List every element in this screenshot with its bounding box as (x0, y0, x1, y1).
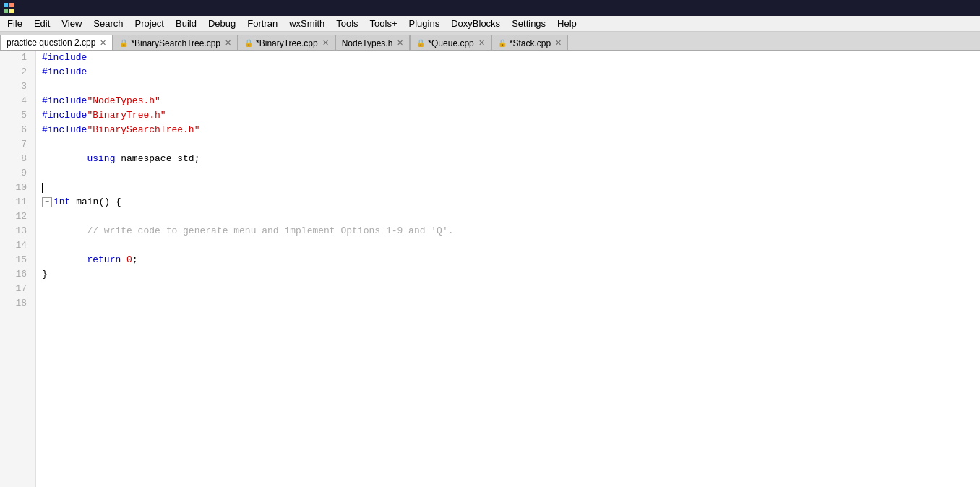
svg-rect-3 (9, 9, 14, 13)
code-line: −int main() { (42, 195, 980, 210)
code-line (42, 238, 980, 253)
line-number: 18 (0, 296, 31, 311)
menu-item-tools+[interactable]: Tools+ (364, 17, 403, 30)
preprocessor-kw: #include (42, 94, 87, 108)
include-path: "BinaryTree.h" (87, 108, 166, 123)
menu-item-fortran[interactable]: Fortran (241, 17, 283, 30)
menu-item-view[interactable]: View (56, 17, 87, 30)
line-number: 4 (0, 94, 31, 108)
line-number: 6 (0, 123, 31, 137)
line-number: 3 (0, 79, 31, 94)
code-line: #include "BinaryTree.h" (42, 108, 980, 123)
menu-item-doxyblocks[interactable]: DoxyBlocks (445, 17, 506, 30)
tab-label: *Queue.cpp (428, 38, 473, 48)
tab-close-icon[interactable]: ✕ (322, 38, 329, 48)
code-editor[interactable]: #include #include #include "NodeTypes.h"… (36, 51, 980, 487)
maximize-button[interactable] (938, 2, 957, 14)
svg-rect-1 (9, 3, 14, 7)
code-line: // write code to generate menu and imple… (42, 224, 980, 238)
code-line: } (42, 267, 980, 282)
line-number: 12 (0, 210, 31, 224)
line-number: 9 (0, 166, 31, 181)
line-number: 13 (0, 224, 31, 238)
menu-item-settings[interactable]: Settings (506, 17, 551, 30)
include-path: "NodeTypes.h" (87, 94, 160, 108)
number-literal: 0 (126, 253, 132, 267)
code-line (42, 79, 980, 94)
cursor (42, 181, 43, 195)
preprocessor-kw: #include (42, 51, 87, 65)
code-line: #include (42, 51, 980, 65)
fold-marker[interactable]: − (42, 197, 52, 207)
line-number: 11 (0, 195, 31, 210)
include-path: "BinarySearchTree.h" (87, 123, 199, 137)
code-line: #include (42, 65, 980, 79)
line-numbers: 123456789101112131415161718 (0, 51, 36, 487)
tab-queue[interactable]: 🔒*Queue.cpp✕ (410, 35, 491, 51)
menu-item-wxsmith[interactable]: wxSmith (283, 17, 330, 30)
tab-label: practice question 2.cpp (7, 38, 95, 48)
tab-close-icon[interactable]: ✕ (225, 38, 231, 48)
code-line: using namespace std; (42, 152, 980, 166)
code-text (42, 253, 87, 267)
line-number: 1 (0, 51, 31, 65)
tabbar: practice question 2.cpp✕🔒*BinarySearchTr… (0, 32, 980, 51)
code-text (42, 152, 87, 166)
tab-close-icon[interactable]: ✕ (100, 38, 106, 48)
menu-item-build[interactable]: Build (170, 17, 202, 30)
code-line (42, 166, 980, 181)
code-text: namespace std; (115, 152, 199, 166)
menu-item-help[interactable]: Help (551, 17, 583, 30)
tab-close-icon[interactable]: ✕ (478, 38, 485, 48)
line-number: 17 (0, 282, 31, 296)
line-number: 7 (0, 137, 31, 152)
code-line: #include "NodeTypes.h" (42, 94, 980, 108)
lock-icon: 🔒 (498, 39, 507, 47)
editor-area: 123456789101112131415161718 #include #in… (0, 51, 980, 487)
tab-label: *BinaryTree.cpp (256, 38, 318, 48)
lock-icon: 🔒 (416, 39, 425, 47)
code-line (42, 181, 980, 195)
tab-label: *BinarySearchTree.cpp (131, 38, 220, 48)
svg-rect-2 (4, 9, 8, 13)
tab-stack[interactable]: 🔒*Stack.cpp✕ (491, 35, 568, 51)
menu-item-plugins[interactable]: Plugins (403, 17, 446, 30)
code-text: main() { (70, 195, 121, 210)
preprocessor-kw: #include (42, 108, 87, 123)
menu-item-tools[interactable]: Tools (330, 17, 364, 30)
keyword-return: return (87, 253, 121, 267)
menubar: FileEditViewSearchProjectBuildDebugFortr… (0, 16, 980, 32)
minimize-button[interactable] (918, 2, 937, 14)
menu-item-debug[interactable]: Debug (202, 17, 241, 30)
comment-text: // write code to generate menu and imple… (42, 224, 454, 238)
line-number: 14 (0, 238, 31, 253)
tab-practice-q2[interactable]: practice question 2.cpp✕ (0, 35, 113, 51)
menu-item-file[interactable]: File (1, 17, 28, 30)
preprocessor-kw: #include (42, 65, 87, 79)
keyword-int: int (53, 195, 70, 210)
tab-label: *Stack.cpp (510, 38, 551, 48)
code-text (121, 253, 126, 267)
lock-icon: 🔒 (244, 39, 253, 47)
line-number: 10 (0, 181, 31, 195)
tab-label: NodeTypes.h (342, 38, 393, 48)
window-controls (918, 2, 977, 14)
code-line (42, 210, 980, 224)
tab-close-icon[interactable]: ✕ (397, 38, 403, 48)
code-text: ; (132, 253, 138, 267)
code-text: } (42, 267, 48, 282)
lock-icon: 🔒 (119, 39, 128, 47)
close-button[interactable] (958, 2, 977, 14)
tab-bst[interactable]: 🔒*BinarySearchTree.cpp✕ (113, 35, 238, 51)
line-number: 5 (0, 108, 31, 123)
titlebar (0, 0, 980, 16)
menu-item-project[interactable]: Project (129, 17, 170, 30)
line-number: 8 (0, 152, 31, 166)
code-line: #include "BinarySearchTree.h" (42, 123, 980, 137)
menu-item-edit[interactable]: Edit (28, 17, 56, 30)
line-number: 16 (0, 267, 31, 282)
menu-item-search[interactable]: Search (87, 17, 129, 30)
tab-bt[interactable]: 🔒*BinaryTree.cpp✕ (238, 35, 335, 51)
tab-close-icon[interactable]: ✕ (555, 38, 562, 48)
tab-nt[interactable]: NodeTypes.h✕ (335, 35, 411, 51)
